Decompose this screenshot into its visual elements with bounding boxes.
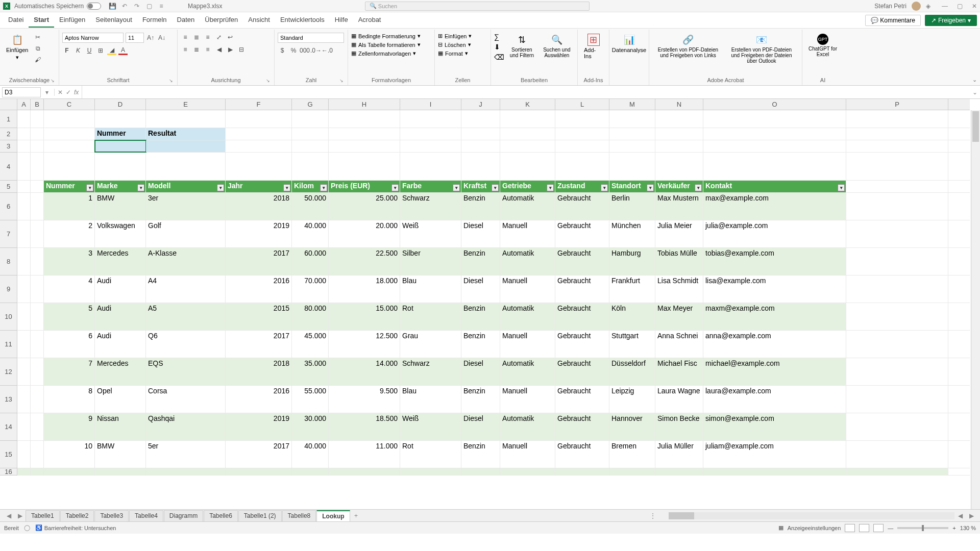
cell[interactable] bbox=[226, 110, 292, 128]
cell[interactable] bbox=[95, 110, 146, 128]
collapse-ribbon-icon[interactable]: ⌄ bbox=[972, 77, 977, 83]
table-cell[interactable]: Julia Müller bbox=[655, 441, 703, 468]
table-cell[interactable]: 25.000 bbox=[329, 193, 400, 220]
copy-icon[interactable]: ⧉ bbox=[33, 44, 42, 53]
table-cell[interactable]: Gebraucht bbox=[555, 331, 609, 358]
cell[interactable] bbox=[17, 110, 31, 128]
table-cell[interactable]: 7 bbox=[44, 358, 95, 385]
table-cell[interactable]: Diesel bbox=[461, 358, 500, 385]
menu-tab-datei[interactable]: Datei bbox=[3, 13, 29, 28]
cell[interactable] bbox=[31, 386, 44, 413]
table-cell[interactable]: 2018 bbox=[226, 193, 292, 220]
filter-dropdown-icon[interactable]: ▾ bbox=[492, 184, 499, 191]
cell[interactable] bbox=[17, 248, 31, 275]
cell[interactable] bbox=[226, 128, 292, 140]
col-header-P[interactable]: P bbox=[846, 99, 948, 110]
table-cell[interactable]: anna@example.com bbox=[703, 331, 846, 358]
cell[interactable] bbox=[146, 153, 226, 180]
paste-button[interactable]: 📋 Einfügen ▾ bbox=[3, 33, 31, 62]
table-cell[interactable]: München bbox=[609, 220, 655, 247]
cell[interactable] bbox=[31, 358, 44, 385]
col-header-N[interactable]: N bbox=[655, 99, 703, 110]
select-all-cell[interactable] bbox=[0, 99, 17, 110]
avatar-icon[interactable] bbox=[912, 2, 921, 11]
increase-indent-icon[interactable]: ▶ bbox=[226, 45, 235, 54]
cell[interactable] bbox=[400, 128, 461, 140]
create-pdf-outlook-button[interactable]: 📧 Erstellen von PDF-Dateien und Freigebe… bbox=[726, 33, 797, 65]
col-header-F[interactable]: F bbox=[226, 99, 292, 110]
table-cell[interactable]: Simon Becke bbox=[655, 413, 703, 440]
table-cell[interactable]: Weiß bbox=[400, 220, 461, 247]
cell[interactable] bbox=[846, 441, 948, 468]
page-layout-view-icon[interactable] bbox=[859, 524, 869, 532]
page-break-view-icon[interactable] bbox=[873, 524, 884, 532]
underline-icon[interactable]: U bbox=[85, 46, 94, 55]
cell[interactable] bbox=[17, 181, 31, 192]
cell[interactable] bbox=[703, 110, 846, 128]
freigeben-button[interactable]: ↗ Freigeben ▾ bbox=[925, 15, 977, 26]
filter-dropdown-icon[interactable]: ▾ bbox=[838, 184, 845, 191]
sort-filter-button[interactable]: ⇅ Sortieren und Filtern bbox=[506, 33, 537, 59]
cell[interactable] bbox=[44, 128, 95, 140]
cell[interactable] bbox=[329, 153, 400, 180]
cell[interactable] bbox=[17, 276, 31, 303]
table-cell[interactable]: Corsa bbox=[146, 386, 226, 413]
camera-icon[interactable]: ▢ bbox=[145, 2, 153, 10]
table-cell[interactable]: Köln bbox=[609, 303, 655, 330]
cell[interactable] bbox=[555, 128, 609, 140]
cell[interactable] bbox=[44, 468, 95, 475]
table-header[interactable]: Preis (EUR)▾ bbox=[329, 181, 400, 192]
username[interactable]: Stefan Petri bbox=[874, 3, 906, 10]
table-cell[interactable]: Qashqai bbox=[146, 413, 226, 440]
cell[interactable] bbox=[655, 468, 703, 475]
menu-tab-entwicklertools[interactable]: Entwicklertools bbox=[275, 13, 330, 28]
table-header[interactable]: Nummer▾ bbox=[44, 181, 95, 192]
cell[interactable] bbox=[703, 468, 846, 475]
table-header[interactable]: Verkäufer▾ bbox=[655, 181, 703, 192]
save-icon[interactable]: 💾 bbox=[108, 2, 116, 10]
table-cell[interactable]: Schwarz bbox=[400, 193, 461, 220]
cell[interactable] bbox=[31, 276, 44, 303]
table-cell[interactable]: Gebraucht bbox=[555, 248, 609, 275]
sheet-tab[interactable]: Tabelle1 (2) bbox=[238, 510, 282, 521]
cell[interactable] bbox=[17, 358, 31, 385]
align-left-icon[interactable]: ≡ bbox=[181, 45, 190, 54]
sheet-tab[interactable]: Tabelle1 bbox=[26, 510, 60, 521]
menu-tab-hilfe[interactable]: Hilfe bbox=[330, 13, 353, 28]
format-painter-icon[interactable]: 🖌 bbox=[33, 55, 42, 64]
cell[interactable] bbox=[846, 110, 948, 128]
cell[interactable] bbox=[846, 331, 948, 358]
cell[interactable] bbox=[31, 303, 44, 330]
table-cell[interactable]: max@example.com bbox=[703, 193, 846, 220]
sheet-tab[interactable]: Diagramm bbox=[164, 510, 203, 521]
table-cell[interactable]: Leipzig bbox=[609, 386, 655, 413]
cell[interactable] bbox=[44, 140, 95, 152]
scrollbar-thumb[interactable] bbox=[669, 512, 694, 519]
cell[interactable] bbox=[846, 386, 948, 413]
cell[interactable] bbox=[17, 303, 31, 330]
cell[interactable] bbox=[655, 153, 703, 180]
autosave-control[interactable]: Automatisches Speichern bbox=[14, 3, 101, 10]
cell[interactable] bbox=[292, 128, 329, 140]
table-cell[interactable]: 2 bbox=[44, 220, 95, 247]
align-right-icon[interactable]: ≡ bbox=[203, 45, 212, 54]
sheet-tab[interactable]: Tabelle3 bbox=[94, 510, 129, 521]
filter-dropdown-icon[interactable]: ▾ bbox=[217, 184, 224, 191]
table-cell[interactable]: 22.500 bbox=[329, 248, 400, 275]
zoom-slider[interactable] bbox=[897, 527, 948, 529]
cell[interactable] bbox=[846, 128, 948, 140]
cell[interactable] bbox=[703, 128, 846, 140]
cell[interactable] bbox=[846, 276, 948, 303]
col-header-C[interactable]: C bbox=[44, 99, 95, 110]
table-cell[interactable]: Schwarz bbox=[400, 358, 461, 385]
menu-tab-start[interactable]: Start bbox=[29, 13, 54, 28]
table-cell[interactable]: 6 bbox=[44, 331, 95, 358]
cell[interactable] bbox=[292, 468, 329, 475]
qat-more-icon[interactable]: ≡ bbox=[157, 2, 165, 10]
cut-icon[interactable]: ✂ bbox=[33, 33, 42, 42]
row-header-6[interactable]: 6 bbox=[0, 193, 17, 220]
col-header-E[interactable]: E bbox=[146, 99, 226, 110]
cell[interactable] bbox=[31, 468, 44, 475]
number-format-combo[interactable]: Standard bbox=[278, 33, 344, 43]
table-cell[interactable]: Manuell bbox=[500, 220, 555, 247]
